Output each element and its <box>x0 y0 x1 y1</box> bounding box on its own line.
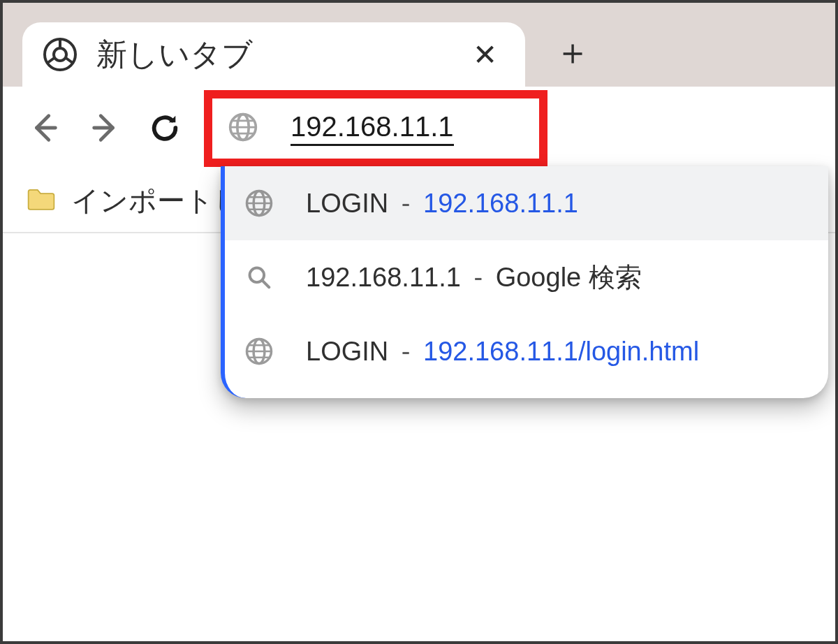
browser-window: 新しいタブ ✕ ＋ 192.168.11.1 インポートした <box>0 0 838 644</box>
suggestion-item[interactable]: LOGIN - 192.168.11.1/login.html <box>225 314 828 388</box>
new-tab-button[interactable]: ＋ <box>554 34 591 70</box>
address-bar-highlight: 192.168.11.1 <box>204 90 547 167</box>
search-icon <box>244 263 274 292</box>
tab-strip: 新しいタブ ✕ ＋ <box>3 3 835 87</box>
browser-tab[interactable]: 新しいタブ ✕ <box>22 22 525 87</box>
suggestion-suffix: Google 検索 <box>496 263 642 292</box>
folder-icon <box>27 186 56 215</box>
suggestion-item[interactable]: 192.168.11.1 - Google 検索 <box>225 240 828 314</box>
close-tab-icon[interactable]: ✕ <box>466 38 504 72</box>
globe-icon <box>244 189 274 218</box>
suggestion-title: LOGIN <box>306 189 388 218</box>
suggestion-item[interactable]: LOGIN - 192.168.11.1 <box>225 166 828 240</box>
suggestion-url: 192.168.11.1/login.html <box>423 337 699 366</box>
reload-button[interactable] <box>147 110 183 146</box>
suggestion-text: LOGIN - 192.168.11.1/login.html <box>306 337 699 367</box>
suggestion-title: 192.168.11.1 <box>306 263 461 292</box>
globe-icon <box>244 337 274 366</box>
address-input[interactable]: 192.168.11.1 <box>291 111 454 146</box>
suggestion-url: 192.168.11.1 <box>423 189 578 218</box>
svg-point-1 <box>54 48 66 61</box>
forward-button[interactable] <box>87 110 123 146</box>
suggestion-text: 192.168.11.1 - Google 検索 <box>306 260 642 295</box>
tab-title: 新しいタブ <box>96 34 446 75</box>
back-button[interactable] <box>27 110 63 146</box>
chrome-icon <box>43 38 77 71</box>
globe-icon <box>228 112 258 145</box>
suggestion-text: LOGIN - 192.168.11.1 <box>306 189 578 219</box>
omnibox-suggestions: LOGIN - 192.168.11.1 192.168.11.1 - Goog… <box>221 166 828 398</box>
suggestion-title: LOGIN <box>306 337 388 366</box>
